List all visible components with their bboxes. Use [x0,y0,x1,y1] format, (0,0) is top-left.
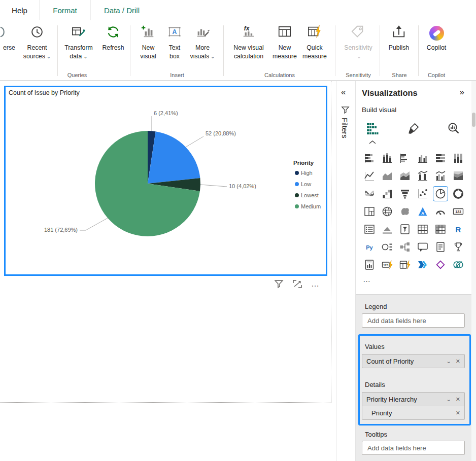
focus-mode-icon[interactable] [292,279,302,289]
ribbon: erseRecentsources⌄Transformdata⌄RefreshQ… [0,20,476,81]
python-visual-icon[interactable]: Py [362,239,377,255]
report-canvas[interactable]: 6 (2,41%)52 (20,88%)10 (4,02%)181 (72,69… [0,81,336,461]
chevron-down-icon[interactable]: ⌄ [447,358,451,365]
100-stacked-bar-chart-icon[interactable] [433,151,448,166]
venn-diagram-icon[interactable] [451,257,466,272]
ribbon-tab-help[interactable]: Help [0,0,40,20]
legend-well-dropzone[interactable]: Add data fields here [362,313,465,328]
ribbon-tab-data-drill[interactable]: Data / Drill [91,0,153,20]
card-new-icon[interactable]: 123 [380,257,395,272]
treemap-icon[interactable] [362,204,377,219]
map-icon[interactable] [380,204,395,219]
refresh-button[interactable]: Refresh [99,24,127,52]
stacked-column-chart-icon[interactable] [380,151,395,166]
filled-map-icon[interactable] [397,204,413,219]
sensitivity-button[interactable]: Sensitivity⌄ [338,24,379,61]
text-box-button[interactable]: ATextbox [163,24,186,61]
clustered-bar-chart-icon[interactable] [397,151,413,166]
matrix-icon[interactable] [433,222,448,237]
remove-field-icon[interactable]: ✕ [456,410,460,416]
azure-map-icon[interactable]: A [415,204,430,219]
slicer-new-icon[interactable] [397,257,413,272]
power-automate-icon[interactable] [415,257,430,272]
kpi-icon[interactable] [380,222,395,237]
quickmeasure-icon [307,24,322,42]
build-visual-icon [366,122,379,135]
vertical-scrollbar[interactable] [471,81,476,461]
key-influencers-icon[interactable] [380,239,395,255]
gauge-icon[interactable] [433,204,448,219]
ribbon-tab-format[interactable]: Format [40,0,91,20]
new-visual-calculation-button[interactable]: fxNew visualcalculation [226,24,271,61]
r-script-visual-icon[interactable]: R [451,222,466,237]
100-stacked-column-chart-icon[interactable] [451,151,466,166]
smart-narrative-icon[interactable] [433,239,448,255]
remove-field-icon[interactable]: ✕ [456,358,460,365]
pie-chart-icon[interactable] [433,186,448,201]
power-apps-icon[interactable] [433,257,448,272]
quick-measure-button[interactable]: Quickmeasure [298,24,331,61]
ribbon-group-label: Sensitivity [346,72,371,78]
q-and-a-icon[interactable] [415,239,430,255]
ribbon-group-label: Insert [170,72,184,78]
metrics-icon[interactable] [451,239,466,255]
more-options-icon[interactable]: … [311,279,320,289]
values-field-name: Count of Priority [366,358,442,365]
collapse-pane-icon[interactable]: » [460,87,464,97]
publish-button[interactable]: Publish [383,24,415,52]
stacked-area-chart-icon[interactable] [397,168,413,184]
copilot-button[interactable]: Copilot [419,24,454,52]
filters-pane-label[interactable]: Filters [341,118,349,138]
ribbon-tab-format-label: Format [53,6,77,15]
multi-row-card-icon[interactable] [362,222,377,237]
expand-filters-icon[interactable]: « [341,87,346,97]
dataverse-button[interactable]: erse [0,24,18,52]
ribbon-tab-help-label: Help [12,6,27,15]
clustered-column-chart-icon[interactable] [415,151,430,166]
format-brush-icon [407,122,420,135]
stacked-bar-chart-icon[interactable] [362,151,377,166]
line-chart-icon[interactable] [362,168,377,184]
area-chart-icon[interactable] [380,168,395,184]
publish-icon [391,24,406,42]
donut-chart-icon[interactable] [451,186,466,201]
ribbon-group-divider [380,25,380,76]
100-stacked-area-chart-icon[interactable] [451,168,466,184]
card-icon[interactable]: 123 [451,204,466,219]
paginated-report-icon[interactable] [362,257,377,272]
scatter-chart-icon[interactable] [415,186,430,201]
funnel-chart-icon[interactable] [397,186,413,201]
new-measure-button[interactable]: Newmeasure [272,24,297,61]
remove-field-icon[interactable]: ✕ [456,396,460,403]
chevron-down-icon[interactable]: ⌄ [447,396,451,403]
more-visuals-button[interactable]: Morevisuals⌄ [187,24,218,61]
scrollbar-thumb[interactable] [472,113,475,127]
new-visual-button[interactable]: Newvisual [134,24,162,61]
values-field-pill[interactable]: Count of Priority ⌄ ✕ [362,354,465,368]
line-and-stacked-column-chart-icon[interactable] [415,168,430,184]
slicer-icon[interactable] [397,222,413,237]
tab-format-visual[interactable] [404,121,422,136]
powerbi-window: Help Format Data / Drill erseRecentsourc… [0,0,476,461]
legend-placeholder: Add data fields here [367,317,426,325]
fx-icon: fx [241,24,256,42]
legend-well-label: Legend [365,303,387,310]
details-field-pill[interactable]: Priority Hierarchy ⌄ ✕ Priority ✕ [362,392,465,420]
details-field-name: Priority Hierarchy [366,396,442,403]
transform-data-button[interactable]: Transformdata⌄ [59,24,98,61]
decomposition-tree-icon[interactable] [397,239,413,255]
table-icon[interactable] [415,222,430,237]
details-hierarchy-child[interactable]: Priority ✕ [362,406,464,419]
pie-chart-visual[interactable]: 6 (2,41%)52 (20,88%)10 (4,02%)181 (72,69… [4,86,327,276]
waterfall-chart-icon[interactable] [380,186,395,201]
line-and-clustered-column-chart-icon[interactable] [433,168,448,184]
get-more-visuals-button[interactable]: … [363,275,378,287]
recent-sources-button[interactable]: Recentsources⌄ [18,24,56,61]
tab-build-visual[interactable] [364,121,381,136]
ribbon-chart-icon[interactable] [362,186,377,201]
filter-icon[interactable] [274,279,284,289]
tooltips-well-dropzone[interactable]: Add data fields here [362,441,465,455]
tab-analytics[interactable] [445,121,462,136]
tooltips-well-label: Tooltips [365,431,387,438]
filters-funnel-icon[interactable] [341,105,350,116]
